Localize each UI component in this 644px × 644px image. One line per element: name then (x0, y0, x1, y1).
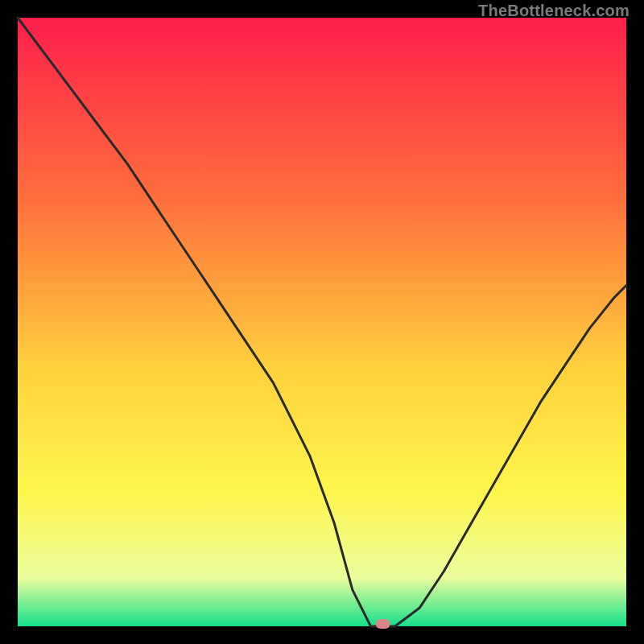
chart-svg (0, 0, 644, 644)
minimum-marker (376, 619, 390, 629)
attribution-text: TheBottleneck.com (478, 2, 630, 20)
plot-background (18, 18, 626, 626)
bottleneck-chart: TheBottleneck.com (0, 0, 644, 644)
